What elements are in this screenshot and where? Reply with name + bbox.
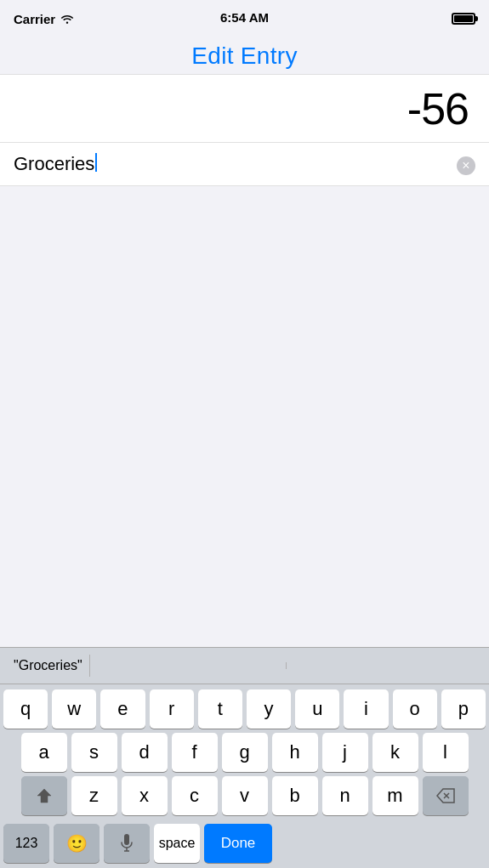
keyboard: "Groceries" q w e r t y u i o p a s d f … xyxy=(0,647,489,868)
key-n[interactable]: n xyxy=(322,776,368,815)
autocomplete-suggestion-2[interactable] xyxy=(90,662,287,669)
key-row-2: a s d f g h j k l xyxy=(3,733,486,772)
key-m[interactable]: m xyxy=(372,776,418,815)
shift-key[interactable] xyxy=(21,776,67,815)
key-d[interactable]: d xyxy=(122,733,168,772)
autocomplete-suggestion-3[interactable] xyxy=(287,662,482,669)
nav-bar: Edit Entry xyxy=(0,37,489,75)
key-b[interactable]: b xyxy=(272,776,318,815)
key-i[interactable]: i xyxy=(344,689,388,729)
key-row-1: q w e r t y u i o p xyxy=(3,689,486,729)
amount-value: -56 xyxy=(407,83,469,134)
keyboard-bottom-row: 123 🙂 space Done xyxy=(0,820,489,868)
key-g[interactable]: g xyxy=(222,733,268,772)
key-e[interactable]: e xyxy=(100,689,145,729)
microphone-key[interactable] xyxy=(104,824,150,863)
key-rows: q w e r t y u i o p a s d f g h j k l xyxy=(0,684,489,815)
key-p[interactable]: p xyxy=(441,689,486,729)
autocomplete-bar: "Groceries" xyxy=(0,647,489,684)
battery-fill xyxy=(454,15,473,22)
status-bar: Carrier 6:54 AM xyxy=(0,0,489,37)
emoji-key[interactable]: 🙂 xyxy=(54,824,100,863)
text-cursor xyxy=(95,153,97,172)
done-key[interactable]: Done xyxy=(204,824,272,863)
status-right xyxy=(452,13,475,25)
clear-button[interactable] xyxy=(457,156,475,175)
key-r[interactable]: r xyxy=(150,689,194,729)
numbers-key[interactable]: 123 xyxy=(3,824,49,863)
key-o[interactable]: o xyxy=(393,689,437,729)
page-title: Edit Entry xyxy=(191,43,297,70)
key-j[interactable]: j xyxy=(322,733,368,772)
input-section[interactable]: Groceries xyxy=(0,143,489,186)
status-time: 6:54 AM xyxy=(220,10,269,25)
amount-section: -56 xyxy=(0,75,489,143)
description-text: Groceries xyxy=(14,153,94,175)
battery-icon xyxy=(452,13,475,25)
autocomplete-suggestion-1[interactable]: "Groceries" xyxy=(7,655,90,677)
key-y[interactable]: y xyxy=(247,689,291,729)
empty-content-area xyxy=(0,186,489,356)
key-x[interactable]: x xyxy=(122,776,168,815)
key-c[interactable]: c xyxy=(172,776,218,815)
key-k[interactable]: k xyxy=(372,733,418,772)
key-u[interactable]: u xyxy=(295,689,339,729)
key-q[interactable]: q xyxy=(3,689,48,729)
key-h[interactable]: h xyxy=(272,733,318,772)
key-l[interactable]: l xyxy=(423,733,469,772)
status-left: Carrier xyxy=(14,12,74,26)
key-t[interactable]: t xyxy=(198,689,242,729)
key-f[interactable]: f xyxy=(172,733,218,772)
wifi-icon xyxy=(60,12,74,26)
key-a[interactable]: a xyxy=(21,733,67,772)
key-v[interactable]: v xyxy=(222,776,268,815)
key-s[interactable]: s xyxy=(71,733,117,772)
carrier-label: Carrier xyxy=(14,12,55,26)
backspace-key[interactable] xyxy=(423,776,469,815)
key-w[interactable]: w xyxy=(52,689,96,729)
key-z[interactable]: z xyxy=(71,776,117,815)
svg-rect-2 xyxy=(124,834,129,845)
key-row-3: z x c v b n m xyxy=(3,776,486,815)
space-key[interactable]: space xyxy=(154,824,200,863)
